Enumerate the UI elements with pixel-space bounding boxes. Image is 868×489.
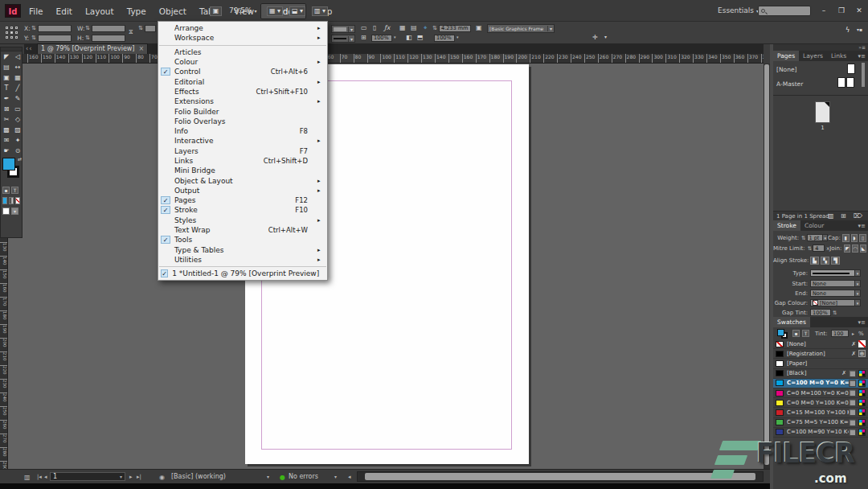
x-stepper[interactable]: ⇅ [31,25,36,31]
scroll-left-arrow[interactable]: ◂ [348,474,351,480]
window-menu-item[interactable]: Output▸ [158,186,327,195]
object-style-dropdown[interactable]: [Basic Graphics Frame]▾ [487,24,555,33]
gap-tint-stepper[interactable]: ⇅ [833,310,837,316]
scale-x-arrow[interactable]: ▾ [394,35,396,39]
start-arrow[interactable]: ▾ [855,280,861,287]
gradient-swatch-tool[interactable]: ▩ [1,125,12,135]
window-menu-item[interactable]: ✓1 *Untitled-1 @ 79% [Overprint Preview] [158,269,327,278]
swatches-panel-menu-icon[interactable]: ▾≡ [856,318,868,327]
master-a-left-page-icon[interactable] [837,77,845,88]
cap-projecting-button[interactable]: ▯ [859,234,866,242]
apply-gradient-icon[interactable] [9,197,14,204]
end-arrow[interactable]: ▾ [855,290,861,297]
horizontal-scrollbar[interactable] [357,471,764,482]
start-value[interactable]: None [810,280,855,287]
normal-view-mode-icon[interactable] [2,208,10,215]
swatch-row[interactable]: [Paper] [773,359,868,368]
hand-tool[interactable]: ☛ [1,146,12,156]
page-1-thumbnail[interactable] [815,101,830,123]
wrap-none-icon[interactable]: ▦ [399,24,406,31]
page-tool[interactable]: ▤ [1,62,12,72]
tab-colour[interactable]: Colour [800,220,828,231]
tab-close-icon[interactable]: × [138,44,144,54]
note-tool[interactable]: ✉ [1,135,12,146]
swatch-row[interactable]: C=75 M=5 Y=100 K=0 [773,418,868,428]
free-transform-tool[interactable]: ◇ [12,114,23,125]
cap-round-button[interactable]: ◗ [851,234,858,242]
last-page-button[interactable]: ▸| [137,474,141,480]
scale-x-stepper[interactable]: ⇅ [138,25,143,31]
window-menu-item[interactable]: Text WrapCtrl+Alt+W [158,225,327,235]
swatches-fill-proxy[interactable] [777,329,784,336]
h-stepper[interactable]: ⇅ [85,35,90,41]
window-menu-item[interactable]: ✓StrokeF10 [158,205,327,215]
window-menu-item[interactable]: ✓PagesF12 [158,195,327,205]
weight-stepper[interactable]: ⇅ [801,235,805,241]
swap-fill-stroke-icon[interactable]: ⇄ [18,156,22,162]
join-mitre-button[interactable]: ◤ [844,244,850,253]
tab-links[interactable]: Links [827,51,850,61]
corner-radius-field[interactable]: 4.233 mm [439,25,471,32]
corner-options-icon[interactable]: ⌖ [424,24,428,32]
menu-object[interactable]: Object [153,3,193,19]
formatting-affects-container-icon[interactable]: ▪ [2,187,10,194]
menu-layout[interactable]: Layout [79,3,121,19]
align-outside-button[interactable]: ▜ [831,257,840,265]
cap-butt-button[interactable]: ▮ [842,234,850,242]
swatches-container-icon[interactable]: ▪ [792,330,800,337]
join-bevel-button[interactable]: ◣ [860,244,866,253]
swatch-row[interactable]: C=100 M=0 Y=0 K=0 [773,379,868,388]
pages-panel-menu-icon[interactable]: ▾≡ [856,51,868,61]
masters-scrollbar-thumb[interactable] [862,63,865,87]
content-collector-tool[interactable]: ▣ [1,72,12,83]
gap-colour-arrow[interactable]: ▾ [855,299,861,306]
quick-apply-icon[interactable]: ϟ [845,27,850,34]
reference-point-proxy[interactable] [6,27,18,39]
menu-file[interactable]: File [23,3,50,19]
swatch-row[interactable]: [Black]✗ [773,369,868,379]
tab-stroke[interactable]: Stroke [773,220,800,231]
window-menu-item[interactable]: Colour▸ [158,57,327,67]
gradient-feather-tool[interactable]: ▨ [12,125,23,135]
window-menu-item[interactable]: Editorial▸ [158,76,327,86]
edit-page-size-icon[interactable]: ▥ [828,212,834,220]
constrain-proportions-icon[interactable]: ⧖ [129,28,133,36]
pen-tool[interactable]: ✒ [1,93,12,104]
master-a-row[interactable]: A-Master [776,80,803,88]
window-menu-item[interactable]: Arrange▸ [158,23,327,33]
y-field[interactable] [38,35,72,42]
h-field[interactable] [92,35,125,42]
flip-v-icon[interactable]: ⬒ [417,34,424,41]
vertical-scrollbar-thumb[interactable] [764,64,769,465]
window-menu-item[interactable]: EffectsCtrl+Shift+F10 [158,87,327,97]
swatch-row[interactable]: [None]✗ [773,339,868,349]
window-menu-item[interactable]: Interactive▸ [158,136,327,146]
eyedropper-tool[interactable]: ✦ [12,135,23,146]
flip-h-icon[interactable]: ◧ [406,34,412,41]
error-dropdown-arrow[interactable]: ▾ [334,474,337,479]
tab-pages[interactable]: Pages [773,51,799,61]
type-tool[interactable]: T [1,83,12,93]
content-placer-tool[interactable]: ▦ [12,72,23,83]
stroke-panel-menu-icon[interactable]: ▾≡ [856,221,868,231]
window-menu-item[interactable]: Folio Builder [158,106,327,116]
gap-colour-value[interactable]: [None] [810,299,855,306]
y-stepper[interactable]: ⇅ [31,35,36,41]
window-menu-item[interactable]: ✓ControlCtrl+Alt+6 [158,67,327,76]
tint-value[interactable]: 100 [831,330,849,337]
preflight-icon[interactable]: ◉ [159,474,165,481]
scale-y-arrow[interactable]: ▾ [457,35,459,39]
snap-icon[interactable]: ✛ [592,34,598,41]
line-tool[interactable]: ╱ [12,83,23,93]
window-menu-item[interactable]: Utilities▸ [158,255,327,265]
pasteboard[interactable] [8,64,764,469]
mitre-value[interactable]: 4 [813,244,825,252]
bridge-icon[interactable]: ▣ [210,6,222,16]
menu-edit[interactable]: Edit [50,3,79,19]
w-stepper[interactable]: ⇅ [85,25,90,31]
document-tab[interactable]: 1 @ 79% [Overprint Preview] × [37,43,148,54]
align-centre-button[interactable]: ▙ [810,257,819,265]
swatch-row[interactable]: [Registration]✗⊕ [773,349,868,359]
page-number-dropdown[interactable]: 1▾ [50,472,125,481]
tint-slider-arrow[interactable]: ▸ [852,331,854,336]
